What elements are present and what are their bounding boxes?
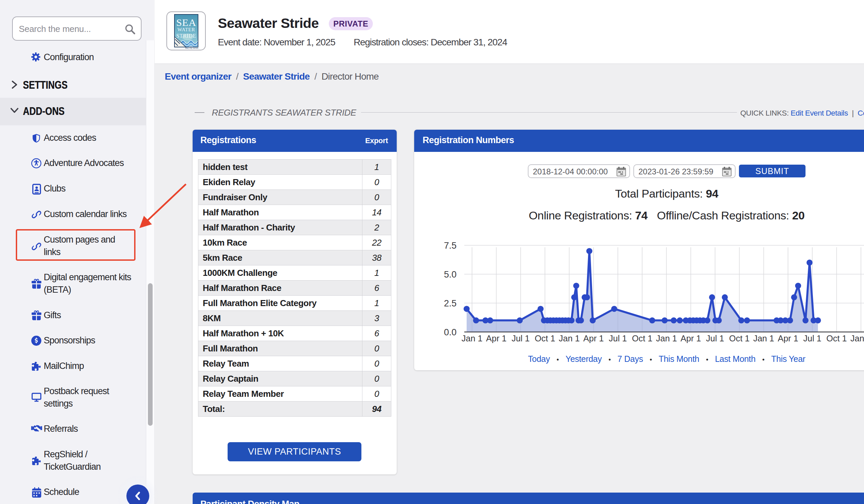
svg-text:Jan 1: Jan 1 bbox=[753, 334, 774, 343]
svg-text:Jul 1: Jul 1 bbox=[706, 334, 724, 343]
svg-text:Jan 1: Jan 1 bbox=[851, 334, 864, 343]
svg-text:2.5: 2.5 bbox=[444, 298, 457, 308]
svg-text:Jan 1: Jan 1 bbox=[559, 334, 579, 343]
svg-text:Apr 1: Apr 1 bbox=[583, 334, 604, 343]
svg-text:Jul 1: Jul 1 bbox=[803, 334, 821, 343]
svg-text:Oct 1: Oct 1 bbox=[632, 334, 652, 343]
svg-text:7.5: 7.5 bbox=[444, 241, 457, 251]
svg-text:0.0: 0.0 bbox=[444, 327, 457, 337]
svg-text:Oct 1: Oct 1 bbox=[729, 334, 750, 343]
svg-text:Jan 1: Jan 1 bbox=[656, 334, 677, 343]
svg-text:Oct 1: Oct 1 bbox=[535, 334, 555, 343]
svg-text:5.0: 5.0 bbox=[444, 269, 457, 280]
svg-text:Apr 1: Apr 1 bbox=[681, 334, 701, 343]
svg-text:Jul 1: Jul 1 bbox=[609, 334, 627, 343]
svg-text:Apr 1: Apr 1 bbox=[486, 334, 507, 343]
svg-text:WATER: WATER bbox=[178, 27, 195, 32]
svg-text:STRIDE: STRIDE bbox=[177, 33, 196, 39]
svg-text:Jan 1: Jan 1 bbox=[461, 334, 482, 343]
svg-text:SEA: SEA bbox=[176, 17, 196, 28]
svg-text:Oct 1: Oct 1 bbox=[826, 334, 847, 343]
svg-text:Apr 1: Apr 1 bbox=[778, 334, 798, 343]
svg-text:Jul 1: Jul 1 bbox=[512, 334, 530, 343]
